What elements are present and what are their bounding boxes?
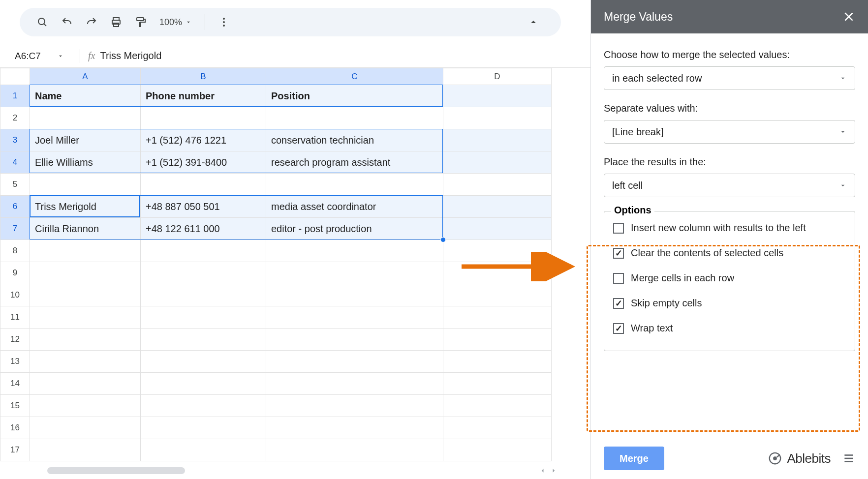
cell-D13[interactable] xyxy=(443,351,552,373)
cell-A9[interactable] xyxy=(30,262,141,284)
cell-B7[interactable]: +48 122 611 000 xyxy=(141,218,266,240)
checkbox[interactable] xyxy=(613,298,624,309)
cell-D2[interactable] xyxy=(443,107,552,129)
cell-B10[interactable] xyxy=(141,284,266,306)
col-header-a[interactable]: A xyxy=(30,68,141,85)
cell-A17[interactable] xyxy=(30,439,141,461)
cell-C14[interactable] xyxy=(266,373,443,395)
row-header-6[interactable]: 6 xyxy=(0,196,30,218)
cell-C6[interactable]: media asset coordinator xyxy=(266,196,443,218)
undo-icon[interactable] xyxy=(56,11,78,33)
row-header-12[interactable]: 12 xyxy=(0,329,30,351)
cell-C5[interactable] xyxy=(266,174,443,196)
cell-C8[interactable] xyxy=(266,240,443,262)
cell-A8[interactable] xyxy=(30,240,141,262)
cell-A11[interactable] xyxy=(30,306,141,329)
cell-A5[interactable] xyxy=(30,174,141,196)
cell-D7[interactable] xyxy=(443,218,552,240)
option-insert-new-column[interactable]: Insert new column with results to the le… xyxy=(613,222,846,234)
cell-B15[interactable] xyxy=(141,395,266,417)
option-wrap-text[interactable]: Wrap text xyxy=(613,323,846,334)
zoom-select[interactable]: 100% xyxy=(155,17,197,28)
select-sep[interactable]: [Line break] xyxy=(604,120,855,144)
cell-B1[interactable]: Phone number xyxy=(141,85,266,107)
scroll-right-icon[interactable] xyxy=(549,466,558,475)
cell-A13[interactable] xyxy=(30,351,141,373)
more-vert-icon[interactable] xyxy=(213,11,235,33)
scroll-left-icon[interactable] xyxy=(538,466,547,475)
cell-D3[interactable] xyxy=(443,129,552,151)
cell-D16[interactable] xyxy=(443,417,552,439)
cell-B13[interactable] xyxy=(141,351,266,373)
cell-B11[interactable] xyxy=(141,306,266,329)
cell-A3[interactable]: Joel Miller xyxy=(30,129,141,151)
cell-D10[interactable] xyxy=(443,284,552,306)
row-header-1[interactable]: 1 xyxy=(0,85,30,107)
cell-D9[interactable] xyxy=(443,262,552,284)
cell-A10[interactable] xyxy=(30,284,141,306)
cell-B8[interactable] xyxy=(141,240,266,262)
cell-C13[interactable] xyxy=(266,351,443,373)
cell-D14[interactable] xyxy=(443,373,552,395)
cell-B12[interactable] xyxy=(141,329,266,351)
cell-A14[interactable] xyxy=(30,373,141,395)
cell-C9[interactable] xyxy=(266,262,443,284)
cell-B16[interactable] xyxy=(141,417,266,439)
cell-C3[interactable]: conservation technician xyxy=(266,129,443,151)
cell-A12[interactable] xyxy=(30,329,141,351)
select-how[interactable]: in each selected row xyxy=(604,66,855,90)
select-place[interactable]: left cell xyxy=(604,174,855,197)
checkbox[interactable] xyxy=(613,273,624,284)
cell-B14[interactable] xyxy=(141,373,266,395)
cell-D15[interactable] xyxy=(443,395,552,417)
col-header-c[interactable]: C xyxy=(266,68,443,85)
row-header-2[interactable]: 2 xyxy=(0,107,30,129)
cell-D17[interactable] xyxy=(443,439,552,461)
redo-icon[interactable] xyxy=(81,11,102,33)
cell-A4[interactable]: Ellie Williams xyxy=(30,151,141,174)
checkbox[interactable] xyxy=(613,223,624,234)
cell-A16[interactable] xyxy=(30,417,141,439)
cell-B6[interactable]: +48 887 050 501 xyxy=(141,196,266,218)
cell-D8[interactable] xyxy=(443,240,552,262)
cell-B17[interactable] xyxy=(141,439,266,461)
cell-C10[interactable] xyxy=(266,284,443,306)
option-clear-contents[interactable]: Clear the contents of selected cells xyxy=(613,247,846,259)
cell-D12[interactable] xyxy=(443,329,552,351)
toolbar-collapse-icon[interactable] xyxy=(523,11,544,33)
row-header-5[interactable]: 5 xyxy=(0,174,30,196)
cell-D1[interactable] xyxy=(443,85,552,107)
search-icon[interactable] xyxy=(31,11,53,33)
cell-C16[interactable] xyxy=(266,417,443,439)
cell-A2[interactable] xyxy=(30,107,141,129)
row-header-8[interactable]: 8 xyxy=(0,240,30,262)
cell-A15[interactable] xyxy=(30,395,141,417)
checkbox[interactable] xyxy=(613,248,624,259)
menu-icon[interactable] xyxy=(842,452,855,465)
cell-A1[interactable]: Name xyxy=(30,85,141,107)
row-header-13[interactable]: 13 xyxy=(0,351,30,373)
paint-format-icon[interactable] xyxy=(130,11,152,33)
cell-C7[interactable]: editor - post production xyxy=(266,218,443,240)
cell-D5[interactable] xyxy=(443,174,552,196)
close-icon[interactable] xyxy=(842,10,855,23)
cell-C15[interactable] xyxy=(266,395,443,417)
cell-C17[interactable] xyxy=(266,439,443,461)
cell-C2[interactable] xyxy=(266,107,443,129)
row-header-9[interactable]: 9 xyxy=(0,262,30,284)
name-box[interactable]: A6:C7 xyxy=(8,51,71,61)
print-icon[interactable] xyxy=(105,11,127,33)
cell-C11[interactable] xyxy=(266,306,443,329)
option-merge-cells-each-row[interactable]: Merge cells in each row xyxy=(613,272,846,284)
cell-B5[interactable] xyxy=(141,174,266,196)
cell-A6[interactable]: Triss Merigold xyxy=(30,196,141,218)
cell-B2[interactable] xyxy=(141,107,266,129)
row-header-11[interactable]: 11 xyxy=(0,306,30,329)
cell-C12[interactable] xyxy=(266,329,443,351)
grid[interactable]: ABCD1NamePhone numberPosition23Joel Mill… xyxy=(0,68,552,461)
cell-D6[interactable] xyxy=(443,196,552,218)
row-header-10[interactable]: 10 xyxy=(0,284,30,306)
row-header-3[interactable]: 3 xyxy=(0,129,30,151)
cell-B3[interactable]: +1 (512) 476 1221 xyxy=(141,129,266,151)
row-header-15[interactable]: 15 xyxy=(0,395,30,417)
